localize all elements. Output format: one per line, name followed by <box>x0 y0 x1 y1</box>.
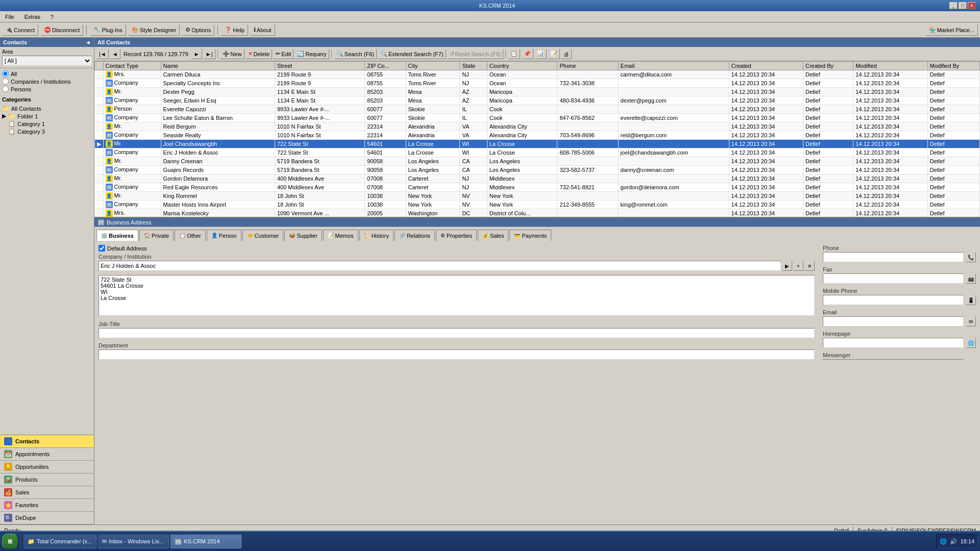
plugins-button[interactable]: 🔧 Plug-Ins <box>90 24 126 36</box>
mobile-input[interactable] <box>823 295 964 305</box>
department-input[interactable] <box>99 349 815 360</box>
col-zip[interactable]: ZIP Co... <box>365 62 406 70</box>
table-row[interactable]: 👤 Mr. Gordon Delamora 400 Middlesex Ave … <box>95 174 980 183</box>
col-modified[interactable]: Modified <box>853 62 927 70</box>
category-1[interactable]: 📋 Category 1 <box>2 120 92 128</box>
area-select[interactable]: [ All ] <box>2 56 92 66</box>
homepage-open-button[interactable]: 🌐 <box>966 338 976 348</box>
about-button[interactable]: ℹ About <box>250 24 275 36</box>
nav-products[interactable]: 📦 Products <box>0 473 94 486</box>
table-row[interactable]: 🏢 Company Seeger, Edwin H Esq 1134 E Mai… <box>95 96 980 105</box>
nav-contacts[interactable]: 👤 Contacts <box>0 435 94 448</box>
nav-sales[interactable]: 💰 Sales <box>0 486 94 499</box>
next-record-button[interactable]: ► <box>191 49 202 59</box>
company-input[interactable] <box>99 261 781 271</box>
export-word-button[interactable]: 📝 <box>548 49 560 59</box>
disconnect-button[interactable]: ⛔ Disconnect <box>40 24 83 36</box>
start-button[interactable]: ⊞ <box>2 534 18 549</box>
new-button[interactable]: ➕ New <box>220 49 244 59</box>
prev-record-button[interactable]: ◄ <box>110 49 120 59</box>
category-3[interactable]: 📋 Category 3 <box>2 128 92 135</box>
filter-all[interactable]: All <box>2 70 92 77</box>
options-button[interactable]: ⚙ Options <box>182 24 214 36</box>
last-record-button[interactable]: ►| <box>203 49 215 59</box>
default-address-checkbox[interactable] <box>99 245 105 252</box>
col-phone[interactable]: Phone <box>557 62 618 70</box>
nav-opportunities[interactable]: 💡 Opportunities <box>0 461 94 473</box>
first-record-button[interactable]: |◄ <box>96 49 109 59</box>
table-row[interactable]: 👤 Mrs. Marisa Kostelecky 1090 Vermont Av… <box>95 209 980 217</box>
table-row[interactable]: 🏢 Company Specialty Concepts Inc 2199 Ro… <box>95 79 980 88</box>
company-new-button[interactable]: + <box>793 261 803 271</box>
phone-input[interactable] <box>823 252 964 262</box>
print-button[interactable]: 🖨 <box>561 49 572 59</box>
table-row[interactable]: 🏢 Company Master Hosts Inns Airport 18 J… <box>95 201 980 209</box>
window-controls[interactable]: _ □ ✕ <box>949 2 976 9</box>
copy-button[interactable]: 📋 <box>508 49 520 59</box>
taskbar-item-1[interactable]: ✉ Inbox - Windows Liv... <box>97 534 169 548</box>
fax-send-button[interactable]: 📠 <box>966 273 976 284</box>
style-designer-button[interactable]: 🎨 Style Designer <box>128 24 180 36</box>
col-country[interactable]: Country <box>487 62 557 70</box>
requery-button[interactable]: 🔄 Requery <box>295 49 329 59</box>
mobile-dial-button[interactable]: 📱 <box>966 295 976 305</box>
fax-input[interactable] <box>823 273 964 284</box>
phone-dial-button[interactable]: 📞 <box>966 252 976 262</box>
connect-button[interactable]: 🔌 Connect <box>2 24 38 36</box>
company-link-button[interactable]: ▶ <box>782 261 792 271</box>
col-city[interactable]: City <box>406 62 460 70</box>
tab-person[interactable]: 👤Person <box>207 230 241 241</box>
col-name[interactable]: Name <box>161 62 275 70</box>
minimize-button[interactable]: _ <box>949 2 958 9</box>
email-send-button[interactable]: ✉ <box>966 316 976 327</box>
tab-payments[interactable]: 💳Payments <box>509 230 551 241</box>
tab-sales[interactable]: 💰Sales <box>478 230 509 241</box>
messenger-send-button[interactable]: 💬 <box>966 359 976 360</box>
table-row[interactable]: 🏢 Company Guajiro Records 5719 Bandera S… <box>95 166 980 174</box>
nav-favorites[interactable]: ⭐ Favorites <box>0 499 94 512</box>
col-modified-by[interactable]: Modified By <box>927 62 979 70</box>
tab-business[interactable]: 🏢Business <box>96 230 138 241</box>
menu-extras[interactable]: Extras <box>21 13 43 21</box>
job-title-input[interactable] <box>99 328 815 338</box>
delete-button[interactable]: ✕ Delete <box>246 49 273 59</box>
tab-memos[interactable]: 📝Memos <box>323 230 358 241</box>
col-state[interactable]: State <box>460 62 487 70</box>
table-row[interactable]: 👤 Person Everette Capozzi 9933 Lawler Av… <box>95 105 980 114</box>
table-row[interactable]: 👤 Mr. Danny Creenan 5719 Bandera St 9005… <box>95 157 980 166</box>
marketplace-button[interactable]: 🏪 Market Place... <box>925 24 978 36</box>
col-street[interactable]: Street <box>275 62 364 70</box>
table-row[interactable]: 🏢 Company Seaside Realty 1010 N Fairfax … <box>95 131 980 140</box>
nav-dedupe[interactable]: 🔍 DeDupe <box>0 512 94 524</box>
table-row[interactable]: 👤 Mrs. Carmen Diluca 2199 Route 9 08755 … <box>95 70 980 79</box>
table-row[interactable]: 👤 Mr. King Rommel 18 John St 10038 New Y… <box>95 192 980 201</box>
table-row[interactable]: 🏢 Company Lee Schulte Eaton & Barron 993… <box>95 114 980 122</box>
maximize-button[interactable]: □ <box>959 2 967 9</box>
table-row[interactable]: 👤 Mr. Reid Bergum 1010 N Fairfax St 2231… <box>95 122 980 131</box>
tab-supplier[interactable]: 📦Supplier <box>284 230 322 241</box>
collapse-button[interactable]: ◄ <box>85 39 91 45</box>
col-contact-type[interactable]: Contact Type <box>103 62 161 70</box>
col-created[interactable]: Created <box>729 62 803 70</box>
table-row[interactable]: 🏢 Company Red Eagle Resources 400 Middle… <box>95 183 980 192</box>
menu-help[interactable]: ? <box>47 13 57 21</box>
address-textarea[interactable]: 722 State St 54601 La Crosse WI La Cross… <box>99 275 815 316</box>
messenger-input[interactable] <box>823 359 964 360</box>
filter-persons[interactable]: Persons <box>2 86 92 92</box>
tab-properties[interactable]: ⚙Properties <box>436 230 477 241</box>
email-input[interactable] <box>823 316 964 327</box>
tab-private[interactable]: 🏠Private <box>139 230 174 241</box>
extended-search-button[interactable]: 🔍 Extended Search (F7) <box>378 49 446 59</box>
paste-button[interactable]: 📌 <box>521 49 533 59</box>
col-email[interactable]: Email <box>618 62 729 70</box>
reset-search-button[interactable]: ↺ Reset Search (F8) <box>447 49 504 59</box>
tab-customer[interactable]: 🤝Customer <box>242 230 284 241</box>
help-button[interactable]: ❓ Help <box>221 24 248 36</box>
tab-relations[interactable]: 🔗Relations <box>395 230 435 241</box>
search-button[interactable]: 🔍 Search (F6) <box>334 49 377 59</box>
taskbar-item-2[interactable]: 🏢 KS.CRM 2014 <box>170 534 241 548</box>
menu-file[interactable]: File <box>2 13 17 21</box>
company-clear-button[interactable]: ✕ <box>804 261 815 271</box>
table-row[interactable]: 👤 Mr. Dexter Pegg 1134 E Main St 85203 M… <box>95 88 980 96</box>
tab-other[interactable]: 📋Other <box>175 230 206 241</box>
